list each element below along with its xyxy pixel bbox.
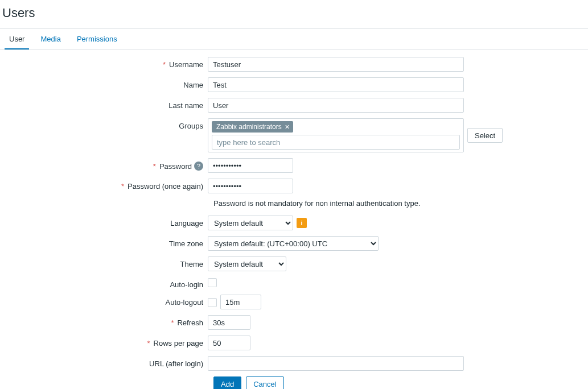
autologin-checkbox[interactable] xyxy=(208,278,217,287)
tabs: User Media Permissions xyxy=(0,29,588,50)
label-language: Language xyxy=(0,216,208,227)
rows-input[interactable] xyxy=(208,336,250,350)
groups-multiselect[interactable]: Zabbix administrators ✕ xyxy=(208,118,464,152)
password-note: Password is not mandatory for non intern… xyxy=(0,199,588,208)
password-again-input[interactable] xyxy=(208,179,293,193)
page-title: Users xyxy=(0,0,588,25)
password-input[interactable] xyxy=(208,158,293,173)
refresh-input[interactable] xyxy=(208,315,250,330)
close-icon[interactable]: ✕ xyxy=(285,124,290,130)
select-groups-button[interactable]: Select xyxy=(467,128,503,143)
label-timezone: Time zone xyxy=(0,236,208,248)
username-input[interactable] xyxy=(208,57,464,72)
language-select[interactable]: System default xyxy=(208,216,293,230)
autologout-value-input xyxy=(220,295,261,309)
label-refresh: * Refresh xyxy=(0,315,208,327)
tab-user[interactable]: User xyxy=(5,29,29,49)
info-icon[interactable]: i xyxy=(297,218,307,228)
label-password: * Password ? xyxy=(0,158,208,171)
timezone-select[interactable]: System default: (UTC+00:00) UTC xyxy=(208,236,379,251)
autologout-checkbox[interactable] xyxy=(208,298,217,307)
required-star: * xyxy=(171,318,174,327)
required-star: * xyxy=(163,60,166,69)
cancel-button[interactable]: Cancel xyxy=(246,376,283,389)
label-url: URL (after login) xyxy=(0,356,208,368)
form-container: User Media Permissions * Username Name xyxy=(0,28,588,389)
tab-media[interactable]: Media xyxy=(36,29,65,49)
name-input[interactable] xyxy=(208,77,464,92)
label-rows: * Rows per page xyxy=(0,336,208,347)
label-lastname: Last name xyxy=(0,98,208,110)
group-tag-label: Zabbix administrators xyxy=(216,123,282,131)
label-theme: Theme xyxy=(0,256,208,268)
group-tag[interactable]: Zabbix administrators ✕ xyxy=(212,121,293,133)
lastname-input[interactable] xyxy=(208,98,464,113)
label-name: Name xyxy=(0,77,208,89)
add-button[interactable]: Add xyxy=(213,376,241,389)
label-username: * Username xyxy=(0,57,208,69)
label-password2: * Password (once again) xyxy=(0,179,208,191)
form-area: * Username Name Last name xyxy=(0,50,588,389)
help-icon[interactable]: ? xyxy=(194,162,203,171)
required-star: * xyxy=(153,162,156,171)
required-star: * xyxy=(121,182,124,191)
theme-select[interactable]: System default xyxy=(208,256,286,271)
required-star: * xyxy=(147,339,150,347)
label-groups: Groups xyxy=(0,118,208,130)
label-autologin: Auto-login xyxy=(0,277,208,289)
tab-permissions[interactable]: Permissions xyxy=(72,29,122,49)
url-input[interactable] xyxy=(208,356,464,371)
groups-search-input[interactable] xyxy=(212,135,460,150)
label-autologout: Auto-logout xyxy=(0,295,208,307)
